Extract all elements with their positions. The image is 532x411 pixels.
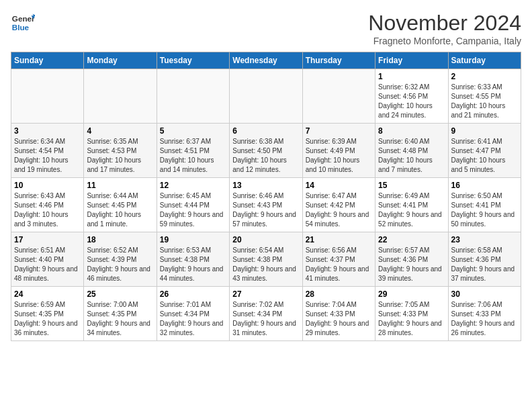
- day-info: Sunrise: 6:58 AM Sunset: 4:36 PM Dayligh…: [451, 246, 518, 283]
- day-info: Sunrise: 7:02 AM Sunset: 4:34 PM Dayligh…: [232, 300, 299, 338]
- day-info: Sunrise: 6:33 AM Sunset: 4:55 PM Dayligh…: [451, 83, 518, 120]
- calendar-week-4: 17Sunrise: 6:51 AM Sunset: 4:40 PM Dayli…: [11, 232, 521, 287]
- calendar-cell: 3Sunrise: 6:34 AM Sunset: 4:54 PM Daylig…: [11, 124, 84, 178]
- calendar-cell: 11Sunrise: 6:44 AM Sunset: 4:45 PM Dayli…: [84, 178, 157, 232]
- day-info: Sunrise: 7:01 AM Sunset: 4:34 PM Dayligh…: [160, 300, 226, 338]
- calendar-cell: 1Sunrise: 6:32 AM Sunset: 4:56 PM Daylig…: [375, 69, 448, 124]
- day-info: Sunrise: 6:50 AM Sunset: 4:41 PM Dayligh…: [451, 191, 518, 229]
- calendar-cell: [84, 69, 157, 124]
- day-number: 7: [306, 126, 372, 136]
- weekday-header-friday: Friday: [375, 52, 448, 69]
- weekday-header-sunday: Sunday: [11, 52, 84, 69]
- day-number: 3: [14, 126, 81, 136]
- day-number: 6: [232, 126, 299, 136]
- day-number: 15: [378, 181, 445, 190]
- header: General Blue November 2024 Fragneto Monf…: [11, 11, 521, 46]
- day-number: 4: [87, 126, 153, 136]
- calendar-week-1: 1Sunrise: 6:32 AM Sunset: 4:56 PM Daylig…: [11, 69, 521, 124]
- day-info: Sunrise: 6:46 AM Sunset: 4:43 PM Dayligh…: [232, 191, 299, 229]
- calendar-cell: 30Sunrise: 7:06 AM Sunset: 4:33 PM Dayli…: [448, 287, 521, 341]
- day-number: 14: [306, 181, 372, 190]
- day-info: Sunrise: 6:59 AM Sunset: 4:35 PM Dayligh…: [14, 300, 81, 338]
- calendar-cell: 17Sunrise: 6:51 AM Sunset: 4:40 PM Dayli…: [11, 232, 84, 287]
- calendar-cell: 4Sunrise: 6:35 AM Sunset: 4:53 PM Daylig…: [84, 124, 157, 178]
- day-number: 26: [160, 289, 226, 299]
- day-number: 27: [232, 289, 299, 299]
- calendar-cell: 7Sunrise: 6:39 AM Sunset: 4:49 PM Daylig…: [302, 124, 375, 178]
- calendar-cell: 10Sunrise: 6:43 AM Sunset: 4:46 PM Dayli…: [11, 178, 84, 232]
- day-info: Sunrise: 6:52 AM Sunset: 4:39 PM Dayligh…: [87, 246, 153, 283]
- day-info: Sunrise: 6:34 AM Sunset: 4:54 PM Dayligh…: [14, 137, 81, 175]
- day-number: 29: [378, 289, 445, 299]
- weekday-header-row: SundayMondayTuesdayWednesdayThursdayFrid…: [11, 52, 521, 69]
- day-info: Sunrise: 7:05 AM Sunset: 4:33 PM Dayligh…: [378, 300, 445, 338]
- calendar-cell: 15Sunrise: 6:49 AM Sunset: 4:41 PM Dayli…: [375, 178, 448, 232]
- calendar-cell: 28Sunrise: 7:04 AM Sunset: 4:33 PM Dayli…: [302, 287, 375, 341]
- day-number: 21: [306, 235, 372, 244]
- svg-text:General: General: [12, 14, 35, 23]
- day-info: Sunrise: 6:51 AM Sunset: 4:40 PM Dayligh…: [14, 246, 81, 283]
- day-number: 28: [306, 289, 372, 299]
- calendar-week-5: 24Sunrise: 6:59 AM Sunset: 4:35 PM Dayli…: [11, 287, 521, 341]
- calendar-cell: 25Sunrise: 7:00 AM Sunset: 4:35 PM Dayli…: [84, 287, 157, 341]
- day-info: Sunrise: 6:54 AM Sunset: 4:38 PM Dayligh…: [232, 246, 299, 283]
- day-info: Sunrise: 6:32 AM Sunset: 4:56 PM Dayligh…: [378, 83, 445, 120]
- weekday-header-monday: Monday: [84, 52, 157, 69]
- day-info: Sunrise: 6:57 AM Sunset: 4:36 PM Dayligh…: [378, 246, 445, 283]
- day-info: Sunrise: 7:00 AM Sunset: 4:35 PM Dayligh…: [87, 300, 153, 338]
- day-info: Sunrise: 7:06 AM Sunset: 4:33 PM Dayligh…: [451, 300, 518, 338]
- calendar-cell: 13Sunrise: 6:46 AM Sunset: 4:43 PM Dayli…: [230, 178, 302, 232]
- calendar-cell: 21Sunrise: 6:56 AM Sunset: 4:37 PM Dayli…: [302, 232, 375, 287]
- day-number: 16: [451, 181, 518, 190]
- calendar-cell: 2Sunrise: 6:33 AM Sunset: 4:55 PM Daylig…: [448, 69, 521, 124]
- logo: General Blue: [11, 11, 35, 35]
- day-number: 1: [378, 72, 445, 81]
- day-info: Sunrise: 6:39 AM Sunset: 4:49 PM Dayligh…: [306, 137, 372, 175]
- day-info: Sunrise: 6:40 AM Sunset: 4:48 PM Dayligh…: [378, 137, 445, 175]
- calendar-cell: 20Sunrise: 6:54 AM Sunset: 4:38 PM Dayli…: [230, 232, 302, 287]
- calendar-cell: 19Sunrise: 6:53 AM Sunset: 4:38 PM Dayli…: [157, 232, 229, 287]
- day-number: 22: [378, 235, 445, 244]
- calendar-cell: [157, 69, 229, 124]
- day-info: Sunrise: 6:45 AM Sunset: 4:44 PM Dayligh…: [160, 191, 226, 229]
- day-number: 9: [451, 126, 518, 136]
- day-info: Sunrise: 6:44 AM Sunset: 4:45 PM Dayligh…: [87, 191, 153, 229]
- day-number: 18: [87, 235, 153, 244]
- day-number: 23: [451, 235, 518, 244]
- calendar-cell: [230, 69, 302, 124]
- calendar-table: SundayMondayTuesdayWednesdayThursdayFrid…: [11, 52, 521, 341]
- day-number: 5: [160, 126, 226, 136]
- day-number: 30: [451, 289, 518, 299]
- day-info: Sunrise: 6:56 AM Sunset: 4:37 PM Dayligh…: [306, 246, 372, 283]
- day-number: 25: [87, 289, 153, 299]
- day-info: Sunrise: 6:47 AM Sunset: 4:42 PM Dayligh…: [306, 191, 372, 229]
- calendar-cell: 8Sunrise: 6:40 AM Sunset: 4:48 PM Daylig…: [375, 124, 448, 178]
- calendar-cell: 12Sunrise: 6:45 AM Sunset: 4:44 PM Dayli…: [157, 178, 229, 232]
- day-number: 8: [378, 126, 445, 136]
- day-number: 20: [232, 235, 299, 244]
- calendar-cell: 5Sunrise: 6:37 AM Sunset: 4:51 PM Daylig…: [157, 124, 229, 178]
- weekday-header-thursday: Thursday: [302, 52, 375, 69]
- calendar-cell: [302, 69, 375, 124]
- day-info: Sunrise: 6:43 AM Sunset: 4:46 PM Dayligh…: [14, 191, 81, 229]
- weekday-header-tuesday: Tuesday: [157, 52, 229, 69]
- weekday-header-saturday: Saturday: [448, 52, 521, 69]
- calendar-cell: 24Sunrise: 6:59 AM Sunset: 4:35 PM Dayli…: [11, 287, 84, 341]
- svg-text:Blue: Blue: [12, 23, 30, 32]
- calendar-cell: 22Sunrise: 6:57 AM Sunset: 4:36 PM Dayli…: [375, 232, 448, 287]
- day-info: Sunrise: 6:41 AM Sunset: 4:47 PM Dayligh…: [451, 137, 518, 175]
- day-info: Sunrise: 6:35 AM Sunset: 4:53 PM Dayligh…: [87, 137, 153, 175]
- title-area: November 2024 Fragneto Monforte, Campani…: [368, 11, 521, 46]
- calendar-cell: 14Sunrise: 6:47 AM Sunset: 4:42 PM Dayli…: [302, 178, 375, 232]
- day-number: 24: [14, 289, 81, 299]
- calendar-cell: 29Sunrise: 7:05 AM Sunset: 4:33 PM Dayli…: [375, 287, 448, 341]
- calendar-cell: 23Sunrise: 6:58 AM Sunset: 4:36 PM Dayli…: [448, 232, 521, 287]
- day-info: Sunrise: 6:49 AM Sunset: 4:41 PM Dayligh…: [378, 191, 445, 229]
- calendar-cell: 16Sunrise: 6:50 AM Sunset: 4:41 PM Dayli…: [448, 178, 521, 232]
- month-title: November 2024: [368, 11, 521, 36]
- day-info: Sunrise: 7:04 AM Sunset: 4:33 PM Dayligh…: [306, 300, 372, 338]
- day-number: 13: [232, 181, 299, 190]
- logo-icon: General Blue: [11, 11, 35, 35]
- day-number: 10: [14, 181, 81, 190]
- calendar-week-3: 10Sunrise: 6:43 AM Sunset: 4:46 PM Dayli…: [11, 178, 521, 232]
